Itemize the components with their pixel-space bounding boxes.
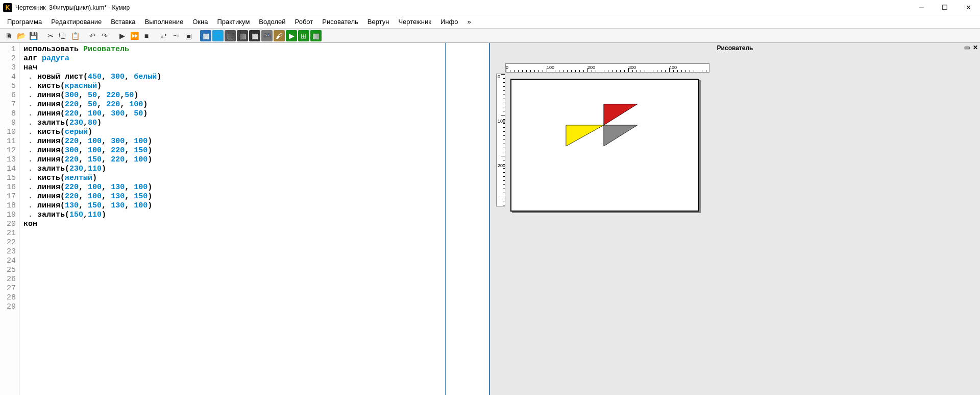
undo-icon[interactable]: ↶ (87, 30, 98, 41)
code-line-8[interactable]: . линия(220, 100, 300, 50) (23, 109, 441, 119)
module-green1-icon[interactable]: ▶ (286, 30, 297, 41)
module-globe-icon[interactable]: 🌐 (212, 30, 224, 41)
module-grid-icon[interactable]: ▦ (225, 30, 236, 41)
code-line-28[interactable] (23, 293, 441, 303)
line-no-14: 14 (0, 165, 16, 174)
line-no-2: 2 (0, 54, 16, 63)
minimize-button[interactable]: ─ (910, 0, 933, 15)
line-no-20: 20 (0, 220, 16, 229)
triangle-yellow (566, 125, 604, 146)
menu-1[interactable]: Редактирование (47, 16, 106, 27)
drawing-canvas (510, 79, 699, 212)
module-grid3-icon[interactable]: ▦ (249, 30, 260, 41)
line-no-23: 23 (0, 247, 16, 257)
line-no-1: 1 (0, 45, 16, 54)
redo-icon[interactable]: ↷ (99, 30, 110, 41)
code-line-29[interactable] (23, 303, 441, 312)
new-file-icon[interactable]: 🗎 (3, 30, 14, 41)
menu-11[interactable]: Инфо (436, 16, 462, 27)
code-line-24[interactable] (23, 257, 441, 266)
line-no-5: 5 (0, 82, 16, 91)
drawer-title-bar: Рисователь ▭ ✕ (490, 43, 980, 53)
code-line-21[interactable] (23, 229, 441, 238)
code-line-12[interactable]: . линия(300, 100, 220, 150) (23, 146, 441, 155)
code-line-5[interactable]: . кисть(красный) (23, 82, 441, 91)
code-line-19[interactable]: . залить(150,110) (23, 211, 441, 220)
code-line-26[interactable] (23, 275, 441, 284)
code-line-10[interactable]: . кисть(серый) (23, 128, 441, 137)
step-icon[interactable]: ⇄ (158, 30, 169, 41)
code-line-13[interactable]: . линия(220, 150, 220, 100) (23, 155, 441, 165)
code-line-1[interactable]: использовать Рисователь (23, 45, 441, 54)
menu-12[interactable]: » (463, 16, 475, 27)
menu-5[interactable]: Практикум (213, 16, 254, 27)
code-line-25[interactable] (23, 266, 441, 275)
menu-0[interactable]: Программа (3, 16, 46, 27)
code-line-4[interactable]: . новый лист(450, 300, белый) (23, 73, 441, 82)
code-line-16[interactable]: . линия(220, 100, 130, 100) (23, 183, 441, 192)
panel-restore-icon[interactable]: ▭ (964, 44, 970, 51)
code-line-27[interactable] (23, 284, 441, 293)
stop-icon[interactable]: ■ (141, 30, 152, 41)
code-line-22[interactable] (23, 238, 441, 247)
menu-7[interactable]: Робот (291, 16, 317, 27)
window-icon[interactable]: ▣ (183, 30, 194, 41)
cut-icon[interactable]: ✂ (45, 30, 56, 41)
line-no-28: 28 (0, 293, 16, 303)
module-brush-icon[interactable]: 🖌 (274, 30, 285, 41)
menu-4[interactable]: Окна (188, 16, 212, 27)
module-grid2-icon[interactable]: ▦ (237, 30, 248, 41)
line-no-4: 4 (0, 73, 16, 82)
code-line-18[interactable]: . линия(130, 150, 130, 100) (23, 201, 441, 211)
line-no-16: 16 (0, 183, 16, 192)
code-line-3[interactable]: нач (23, 63, 441, 73)
save-icon[interactable]: 💾 (28, 30, 39, 41)
line-no-7: 7 (0, 100, 16, 109)
close-button[interactable]: ✕ (957, 0, 980, 15)
module-green2-icon[interactable]: ⊞ (298, 30, 309, 41)
module-green3-icon[interactable]: ▦ (310, 30, 322, 41)
code-line-6[interactable]: . линия(300, 50, 220,50) (23, 91, 441, 100)
code-line-2[interactable]: алг радуга (23, 54, 441, 63)
menu-3[interactable]: Выполнение (140, 16, 187, 27)
open-folder-icon[interactable]: 📂 (15, 30, 27, 41)
menu-10[interactable]: Чертежник (394, 16, 435, 27)
triangle-grey (604, 125, 638, 146)
window-title: Чертежник_3Фигуры(цикл).kum* - Кумир (15, 4, 910, 11)
module-1-icon[interactable]: ▦ (200, 30, 211, 41)
canvas-wrap: 0100200300400 0100200 (490, 53, 980, 395)
menu-2[interactable]: Вставка (107, 16, 139, 27)
canvas-svg (511, 80, 700, 213)
main-area: 1234567891011121314151617181920212223242… (0, 43, 980, 395)
code-line-11[interactable]: . линия(220, 100, 300, 100) (23, 137, 441, 146)
ruler-horizontal: 0100200300400 (505, 63, 709, 73)
copy-icon[interactable]: ⿻ (57, 30, 68, 41)
line-no-24: 24 (0, 257, 16, 266)
menu-6[interactable]: Водолей (255, 16, 289, 27)
line-no-3: 3 (0, 63, 16, 73)
code-line-15[interactable]: . кисть(желтый) (23, 174, 441, 183)
module-joy-icon[interactable]: 🎮 (261, 30, 273, 41)
line-no-26: 26 (0, 275, 16, 284)
menu-8[interactable]: Рисователь (318, 16, 362, 27)
run-fast-icon[interactable]: ⏩ (129, 30, 140, 41)
code-line-14[interactable]: . залить(230,110) (23, 165, 441, 174)
line-no-27: 27 (0, 284, 16, 293)
code-line-17[interactable]: . линия(220, 100, 130, 150) (23, 192, 441, 201)
run-icon[interactable]: ▶ (116, 30, 128, 41)
editor-margin (446, 43, 489, 395)
maximize-button[interactable]: ☐ (933, 0, 957, 15)
code-line-23[interactable] (23, 247, 441, 257)
menu-9[interactable]: Вертун (363, 16, 394, 27)
paste-icon[interactable]: 📋 (69, 30, 81, 41)
line-no-6: 6 (0, 91, 16, 100)
code-editor[interactable]: использовать Рисовательалг радуганач . н… (19, 43, 446, 395)
code-line-9[interactable]: . залить(230,80) (23, 119, 441, 128)
panel-close-icon[interactable]: ✕ (973, 44, 978, 51)
line-no-21: 21 (0, 229, 16, 238)
code-line-7[interactable]: . линия(220, 50, 220, 100) (23, 100, 441, 109)
trace-icon[interactable]: ⤳ (170, 30, 182, 41)
line-no-10: 10 (0, 128, 16, 137)
line-no-19: 19 (0, 211, 16, 220)
code-line-20[interactable]: кон (23, 220, 441, 229)
